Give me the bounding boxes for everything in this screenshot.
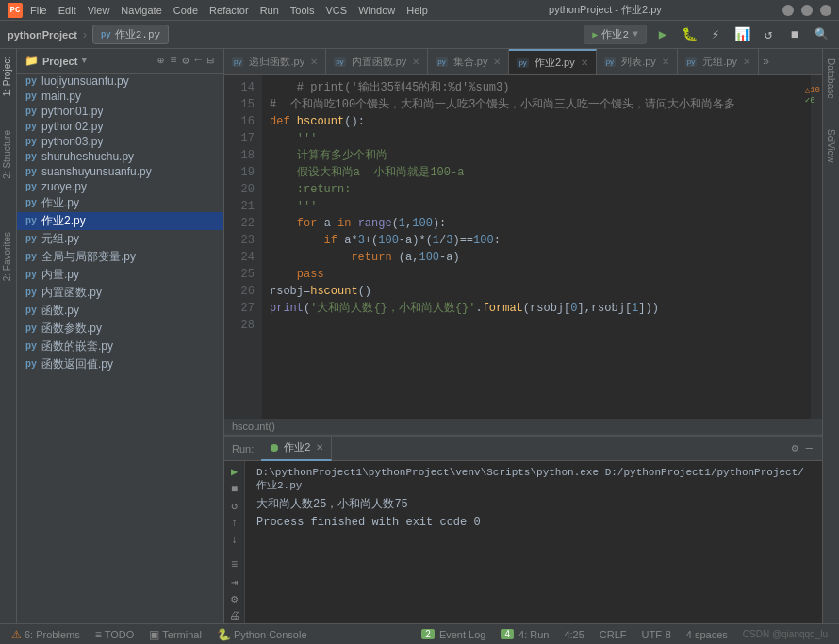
list-item[interactable]: py python01.py (17, 104, 223, 119)
debug-button[interactable]: 🐛 (679, 25, 699, 45)
favorites-panel-label[interactable]: 2: Favorites (0, 224, 16, 289)
menu-window[interactable]: Window (358, 5, 395, 16)
run-tab-zuoye2[interactable]: 作业2 ✕ (261, 437, 332, 461)
new-dir-icon[interactable]: ≡ (168, 53, 178, 69)
file-name: python02.py (41, 120, 103, 133)
project-panel-label[interactable]: 1: Project (0, 49, 16, 104)
run-dropdown-icon: ▼ (633, 29, 638, 40)
menu-edit[interactable]: Edit (58, 5, 76, 16)
run-print-icon[interactable]: 🖨 (226, 609, 243, 623)
tab-more-button[interactable]: » (759, 56, 773, 69)
tab-close-icon[interactable]: ✕ (310, 57, 318, 67)
tab-liebiao[interactable]: py 列表.py ✕ (597, 49, 678, 75)
coverage-button[interactable]: ⚡ (705, 25, 726, 45)
tab-dijia-hanshu[interactable]: py 递归函数.py ✕ (224, 49, 326, 75)
project-dropdown[interactable]: ▼ (81, 56, 87, 66)
menu-view[interactable]: View (88, 5, 110, 16)
stop-button[interactable]: ■ (784, 25, 805, 45)
list-item[interactable]: py 函数.py (17, 302, 223, 320)
list-item[interactable]: py shuruheshuchu.py (17, 149, 223, 164)
list-item[interactable]: py 内量.py (17, 266, 223, 284)
list-item[interactable]: py python03.py (17, 134, 223, 149)
search-button[interactable]: 🔍 (811, 25, 831, 45)
file-name: 全局与局部变量.py (41, 249, 136, 265)
list-item[interactable]: py 函数返回值.py (17, 355, 223, 373)
list-item[interactable]: py 内置函数.py (17, 284, 223, 302)
tab-yuanzu[interactable]: py 元组.py ✕ (678, 49, 759, 75)
menu-vcs[interactable]: VCS (326, 5, 348, 16)
bottom-minimize-icon[interactable]: — (804, 440, 814, 457)
list-item[interactable]: py main.py (17, 89, 223, 104)
code-line-17: def hscount(): (270, 113, 803, 130)
run-settings2-icon[interactable]: ⚙ (226, 592, 243, 606)
run-tab-close[interactable]: ✕ (316, 442, 323, 453)
tab-jijian[interactable]: py 集合.py ✕ (428, 49, 509, 75)
menu-refactor[interactable]: Refactor (209, 5, 249, 16)
toolbar: pythonProject › py 作业2.py ▶ 作业2 ▼ ▶ 🐛 ⚡ … (0, 21, 839, 49)
line-ending-status[interactable]: CRLF (596, 629, 631, 640)
list-item[interactable]: py 函数参数.py (17, 320, 223, 338)
run-rerun-icon[interactable]: ↺ (226, 499, 243, 513)
run-play-icon[interactable]: ▶ (226, 465, 243, 479)
maximize-button[interactable] (801, 5, 813, 16)
settings-icon[interactable]: ⚙ (180, 53, 190, 69)
list-item[interactable]: py 全局与局部变量.py (17, 248, 223, 266)
run-result: 大和尚人数25，小和尚人数75 (256, 496, 811, 512)
tab-close-icon[interactable]: ✕ (412, 57, 420, 67)
tab-close-icon[interactable]: ✕ (493, 57, 501, 67)
minimize-button[interactable] (782, 5, 794, 16)
list-item[interactable]: py luojiyunsuanfu.py (17, 74, 223, 89)
python-console-status[interactable]: 🐍 Python Console (213, 628, 311, 641)
menu-navigate[interactable]: Navigate (121, 5, 161, 16)
terminal-status[interactable]: ▣ Terminal (145, 628, 206, 641)
toolbar-file-tab[interactable]: py 作业2.py (92, 25, 169, 44)
menu-tools[interactable]: Tools (290, 5, 315, 16)
menu-code[interactable]: Code (173, 5, 198, 16)
list-item[interactable]: py python02.py (17, 119, 223, 134)
collapse-icon[interactable]: ⊟ (206, 53, 216, 69)
encoding-status[interactable]: UTF-8 (638, 629, 675, 640)
bottom-settings-icon[interactable]: ⚙ (790, 439, 800, 457)
list-item[interactable]: py 作业2.py (17, 212, 223, 230)
problems-status[interactable]: ⚠ 6: Problems (8, 628, 84, 641)
run-filter-icon[interactable]: ≡ (226, 558, 243, 572)
list-item[interactable]: py 函数的嵌套.py (17, 338, 223, 355)
run-status[interactable]: 4 4: Run (497, 629, 552, 640)
sciview-panel-label[interactable]: SciView (826, 124, 836, 168)
list-item[interactable]: py zuoye.py (17, 179, 223, 194)
list-item[interactable]: py 元组.py (17, 230, 223, 248)
arrow-back-icon[interactable]: ← (193, 53, 204, 69)
tab-close-icon[interactable]: ✕ (581, 58, 588, 68)
close-button[interactable] (820, 5, 831, 16)
menu-file[interactable]: File (30, 5, 47, 16)
todo-status[interactable]: ≡ TODO (91, 628, 139, 641)
list-item[interactable]: py suanshuyunsuanfu.py (17, 164, 223, 179)
reload-button[interactable]: ↺ (758, 25, 779, 45)
menu-run[interactable]: Run (260, 5, 279, 16)
tab-neizhi-hanshu[interactable]: py 内置函数.py ✕ (326, 49, 428, 75)
run-status-label: 4: Run (518, 629, 549, 640)
new-file-icon[interactable]: ⊕ (156, 53, 166, 69)
event-log-status[interactable]: 2 Event Log (418, 629, 489, 640)
run-button[interactable]: ▶ (652, 25, 673, 45)
run-scroll-up-icon[interactable]: ↑ (226, 516, 243, 530)
profile-button[interactable]: 📊 (732, 25, 752, 45)
run-configuration[interactable]: ▶ 作业2 ▼ (584, 25, 647, 44)
run-wrap-icon[interactable]: ⇥ (226, 575, 243, 589)
tab-close-icon[interactable]: ✕ (743, 57, 750, 67)
run-scroll-down-icon[interactable]: ↓ (226, 533, 243, 547)
run-stop-icon[interactable]: ■ (226, 482, 243, 496)
list-item[interactable]: py 作业.py (17, 194, 223, 212)
toolbar-filename: 作业2.py (115, 27, 160, 41)
indent-status[interactable]: 4 spaces (683, 629, 732, 640)
code-content[interactable]: # print('输出35到45的和:%d'%sum3) # 个和尚吃100个馒… (262, 75, 811, 419)
menu-help[interactable]: Help (406, 5, 428, 16)
structure-panel-label[interactable]: 2: Structure (0, 123, 16, 187)
window-title: pythonProject - 作业2.py (436, 3, 775, 17)
terminal-label: Terminal (162, 629, 202, 640)
py-file-icon: py (25, 305, 38, 318)
database-panel-label[interactable]: Database (826, 53, 836, 105)
event-log-badge: 2 (421, 629, 435, 639)
tab-zuoye2[interactable]: py 作业2.py ✕ (509, 49, 596, 75)
tab-close-icon[interactable]: ✕ (662, 57, 669, 67)
